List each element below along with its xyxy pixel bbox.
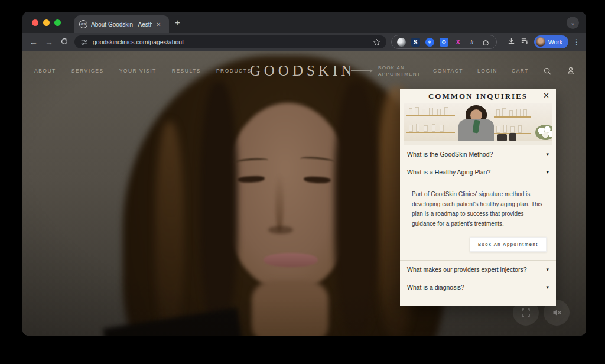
photo-bottle: [415, 107, 419, 115]
photo-bottle: [409, 108, 412, 115]
photo-bottle: [523, 109, 527, 116]
photo-bottle: [502, 108, 506, 116]
new-tab-button[interactable]: +: [175, 17, 180, 28]
extensions-group: S ❄ ⚙ X fr: [391, 35, 497, 49]
photo-bottle: [503, 125, 507, 133]
back-icon[interactable]: ←: [28, 37, 39, 47]
reading-list-icon[interactable]: [521, 37, 529, 48]
nav-item-login[interactable]: LOGIN: [477, 68, 497, 74]
extensions-puzzle-icon[interactable]: [482, 38, 491, 47]
tab-search-chevron-icon[interactable]: ⌄: [567, 17, 579, 29]
bookmark-star-icon[interactable]: [373, 38, 380, 46]
chevron-down-icon: ▾: [546, 284, 549, 290]
photo-bottle: [440, 125, 444, 132]
tab-close-icon[interactable]: ✕: [156, 21, 161, 28]
extension-icon-3[interactable]: ❄: [425, 38, 434, 47]
search-icon[interactable]: [543, 67, 552, 76]
panel-header: COMMON INQUIRIES ✕: [400, 89, 556, 103]
nav-item-about[interactable]: ABOUT: [34, 68, 56, 74]
arrow-right-icon: [351, 70, 372, 71]
extension-icon-6[interactable]: fr: [468, 38, 477, 47]
chevron-down-icon: ▾: [546, 169, 549, 175]
photo-bottle: [509, 110, 513, 116]
browser-window: GS About Goodskin - Aesthetic C ✕ + ⌄ ← …: [22, 12, 586, 336]
address-bar[interactable]: goodskinclinics.com/pages/about: [74, 35, 386, 48]
profile-avatar: [536, 37, 545, 47]
photo-flowers: [535, 125, 552, 140]
clinic-photo: [404, 103, 552, 145]
close-icon[interactable]: ✕: [543, 91, 549, 100]
photo-bottle: [444, 107, 448, 115]
browser-tab[interactable]: GS About Goodskin - Aesthetic C ✕: [74, 15, 169, 33]
book-appointment-button[interactable]: Book An Appointment: [470, 237, 547, 252]
nav-item-cart[interactable]: CART: [512, 68, 529, 74]
nav-right-group: CONTACT LOGIN CART: [433, 59, 575, 83]
photo-device: [509, 133, 516, 141]
url-text[interactable]: goodskinclinics.com/pages/about: [93, 38, 368, 46]
page-viewport: ABOUT SERVICES YOUR VISIT RESULTS PRODUC…: [22, 51, 586, 336]
common-inquiries-panel: COMMON INQUIRIES ✕: [400, 89, 556, 306]
zoom-window-button[interactable]: [54, 20, 61, 26]
accordion-item-healthy-aging-plan[interactable]: What is a Healthy Aging Plan? ▾: [400, 162, 556, 180]
accordion-question: What is a diagnosis?: [407, 284, 464, 291]
extension-icon-4[interactable]: ⚙: [440, 38, 448, 47]
extension-icon-5[interactable]: X: [454, 38, 463, 47]
photo-bottle: [437, 109, 441, 115]
site-navigation: ABOUT SERVICES YOUR VISIT RESULTS PRODUC…: [22, 59, 586, 83]
accordion-question: What is a Healthy Aging Plan?: [407, 168, 490, 176]
photo-bottle: [496, 109, 500, 116]
downloads-icon[interactable]: [507, 37, 516, 48]
photo-bottle: [429, 108, 433, 115]
profile-name: Work: [548, 38, 562, 46]
photo-bottle: [510, 126, 515, 133]
photo-bottle: [516, 109, 521, 116]
account-icon[interactable]: [566, 66, 575, 76]
accordion-question: What makes our providers expert injector…: [407, 266, 527, 273]
browser-toolbar: ← → goodskinclinics.com/pages/about S ❄ …: [22, 33, 586, 51]
photo-shelf: [494, 116, 531, 118]
minimize-window-button[interactable]: [43, 20, 50, 26]
photo-bottle: [416, 124, 419, 132]
nav-left-group: ABOUT SERVICES YOUR VISIT RESULTS PRODUC…: [34, 59, 252, 83]
fullscreen-icon: [521, 307, 531, 318]
browser-menu-icon[interactable]: ⋮: [573, 38, 580, 46]
profile-chip[interactable]: Work: [534, 35, 568, 48]
accordion-question: What is the GoodSkin Method?: [407, 151, 493, 158]
tab-strip: GS About Goodskin - Aesthetic C ✕ + ⌄: [22, 12, 586, 33]
book-line-1: BOOK AN: [378, 64, 421, 71]
photo-bottle: [409, 125, 413, 132]
photo-bottle: [422, 109, 425, 115]
accordion-answer: Part of GoodSkin Clinics' signature meth…: [400, 180, 556, 229]
nav-item-products[interactable]: PRODUCTS: [216, 68, 252, 74]
photo-bottle: [518, 125, 522, 133]
photo-counter: [404, 141, 552, 145]
site-settings-icon[interactable]: [80, 38, 88, 46]
nav-item-results[interactable]: RESULTS: [172, 68, 201, 74]
toolbar-divider: [502, 37, 502, 47]
photo-shelf: [406, 132, 455, 133]
window-controls: [32, 20, 61, 26]
extension-icon-1[interactable]: [397, 38, 406, 47]
forward-icon[interactable]: →: [44, 37, 54, 47]
chevron-down-icon: ▾: [546, 266, 549, 272]
site-logo[interactable]: GOODSKIN: [250, 63, 356, 79]
tab-favicon-icon: GS: [79, 20, 87, 28]
photo-bottle: [496, 126, 500, 133]
panel-title: COMMON INQUIRIES: [428, 92, 528, 101]
close-window-button[interactable]: [32, 20, 38, 26]
photo-bottle: [432, 124, 435, 132]
photo-shelf: [406, 115, 455, 116]
book-appointment-link[interactable]: BOOK AN APPOINTMENT: [378, 64, 421, 77]
book-line-2: APPOINTMENT: [378, 71, 421, 77]
reload-icon[interactable]: [59, 37, 70, 47]
accordion-item-diagnosis[interactable]: What is a diagnosis? ▾: [400, 278, 556, 295]
tab-title: About Goodskin - Aesthetic C: [91, 21, 152, 28]
nav-item-services[interactable]: SERVICES: [71, 68, 104, 74]
photo-bottle: [424, 125, 428, 132]
nav-item-your-visit[interactable]: YOUR VISIT: [119, 68, 157, 74]
accordion-item-goodskin-method[interactable]: What is the GoodSkin Method? ▾: [400, 145, 556, 162]
chevron-down-icon: ▾: [546, 151, 549, 157]
nav-item-contact[interactable]: CONTACT: [433, 68, 463, 74]
extension-icon-2[interactable]: S: [411, 38, 420, 47]
accordion-item-expert-injectors[interactable]: What makes our providers expert injector…: [400, 260, 556, 278]
